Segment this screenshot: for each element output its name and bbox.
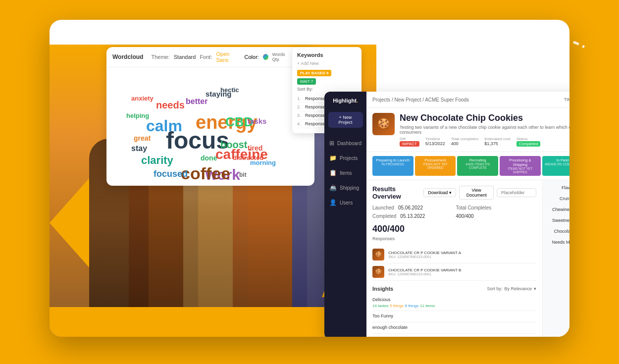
completed-date: Completed 05.13.2022 bbox=[372, 213, 453, 219]
download-button[interactable]: Download ▾ bbox=[423, 188, 456, 197]
insight-title: 11 more bbox=[372, 336, 536, 337]
dates-row: Launched 05.06.2022 Total Completes Comp… bbox=[372, 205, 536, 219]
wordcloud-header: Wordcloud Theme: Standard Font: Open San… bbox=[106, 47, 314, 67]
wordcloud-title: Wordcloud bbox=[112, 53, 143, 60]
meta-estimated-cost: Estimated cost $1,375 bbox=[484, 137, 510, 147]
word-calm: calm bbox=[146, 117, 182, 135]
highlight-sidebar: Highlight. + New Project ⊞Dashboard📁Proj… bbox=[324, 92, 366, 337]
nav-item-users[interactable]: 👤Users bbox=[324, 195, 366, 210]
wordcloud-words-qty: Words Qty. bbox=[272, 52, 292, 62]
keywords-sort: Sort By: bbox=[297, 87, 357, 92]
word-needs: needs bbox=[156, 100, 185, 111]
status-value: Completed bbox=[516, 141, 541, 147]
word-anxiety: anxiety bbox=[131, 95, 154, 102]
view-document-button[interactable]: View Document bbox=[459, 186, 494, 200]
project-meta: Diff. IMPACT Timeline 5/13/2022 Total co… bbox=[400, 137, 569, 147]
meta-diff: Diff. IMPACT bbox=[400, 137, 419, 147]
timeline-stage: ProcurementITEMS NOT YET ORDERED bbox=[415, 156, 456, 176]
responses-count: 400/400 bbox=[372, 224, 536, 234]
bar-row: Crunch 62% bbox=[547, 195, 569, 202]
insight-title: Too Funny bbox=[372, 313, 536, 318]
nav-item-items[interactable]: 📋Items bbox=[324, 165, 366, 180]
nav-item-dashboard[interactable]: ⊞Dashboard bbox=[324, 136, 366, 151]
dashed-arc-decoration bbox=[485, 17, 594, 77]
results-area: Results Overview Download ▾ View Documen… bbox=[366, 180, 569, 337]
search-input[interactable] bbox=[497, 188, 536, 197]
keywords-title: Keywords bbox=[297, 52, 357, 58]
total-completes-section-label: Total Completes bbox=[456, 205, 492, 210]
insight-title: Delicious bbox=[372, 297, 536, 302]
wordcloud-font-label: Font: bbox=[200, 54, 212, 60]
wordcloud-theme-label: Theme: bbox=[151, 54, 169, 60]
sort-chevron[interactable]: ▾ bbox=[534, 286, 536, 291]
wordcloud-body: focusenergycaffeinecalmCBDworkcoffeeclar… bbox=[106, 67, 314, 181]
wordcloud-panel: Wordcloud Theme: Standard Font: Open San… bbox=[106, 47, 314, 186]
timeline-stage: Recruiting4/400 ITEMS 0% COMPLETE bbox=[457, 156, 498, 176]
completed-date-label: Completed bbox=[372, 213, 396, 219]
cookie-thumbnail: 🍪 bbox=[372, 249, 384, 260]
launched-date-value: 05.06.2022 bbox=[398, 205, 423, 210]
word-focused: focused bbox=[154, 169, 188, 179]
wordcloud-theme-value: Standard bbox=[174, 54, 196, 60]
total-completes-item: Total Completes bbox=[456, 205, 537, 210]
insight-item: enough chocolate bbox=[372, 322, 536, 334]
meta-timeline: Timeline 5/13/2022 bbox=[425, 137, 445, 147]
bar-label: Sweetness bbox=[547, 218, 569, 223]
bar-label: Chewiness bbox=[547, 207, 569, 212]
word-great: great bbox=[134, 134, 151, 142]
header-right: TIME: 4 DAYS Launched bbox=[564, 96, 569, 104]
wordcloud-font-value: Open Sans bbox=[216, 51, 240, 63]
bar-label: Needs Milk bbox=[547, 240, 569, 245]
meta-status: Status Completed bbox=[516, 137, 541, 147]
highlight-nav-container: ⊞Dashboard📁Projects📋Items🚢Shipping👤Users bbox=[324, 136, 366, 210]
total-completes-value: 400 bbox=[451, 141, 479, 146]
project-info: New Chocolate Chip Cookies Testing two v… bbox=[400, 113, 569, 147]
timeline-stage: Preparing to LaunchIN PROGRESS bbox=[372, 156, 413, 176]
word-better: better bbox=[186, 97, 207, 106]
bar-chart-section: Flavor 80% Crunch 62% Chewiness 46% Swee… bbox=[542, 180, 569, 337]
response-item: 🍪 CHOCOLATE CR P COOKIE VARIANT A SKU: 1… bbox=[372, 246, 536, 263]
bar-row: Chewiness 46% bbox=[547, 206, 569, 213]
bar-label: Crunch bbox=[547, 196, 569, 201]
results-section: Results Overview Download ▾ View Documen… bbox=[366, 180, 542, 337]
download-chevron: ▾ bbox=[449, 190, 452, 195]
highlight-logo: Highlight. bbox=[330, 98, 361, 104]
insight-item: Too Funny bbox=[372, 311, 536, 322]
highlight-main: Projects / New Project / ACME Super Food… bbox=[366, 92, 569, 337]
word-stay: stay bbox=[131, 144, 147, 153]
highlight-logo-dot: . bbox=[357, 98, 358, 104]
word-helping: helping bbox=[126, 112, 149, 119]
nav-item-projects[interactable]: 📁Projects bbox=[324, 151, 366, 165]
project-title: New Chocolate Chip Cookies bbox=[400, 113, 569, 123]
word-clarity: clarity bbox=[141, 154, 173, 167]
highlight-header: Projects / New Project / ACME Super Food… bbox=[366, 92, 569, 108]
bar-label: Chocolate bbox=[547, 229, 569, 234]
highlight-panel: Highlight. + New Project ⊞Dashboard📁Proj… bbox=[324, 92, 569, 337]
nav-item-shipping[interactable]: 🚢Shipping bbox=[324, 180, 366, 195]
word-bit: bit bbox=[239, 171, 247, 178]
estimated-cost-label: Estimated cost bbox=[484, 137, 510, 141]
launched-date-label: Launched bbox=[372, 205, 394, 210]
insights-header: Insights Sort by: By Relevance ▾ bbox=[372, 286, 536, 292]
keywords-add[interactable]: + Add New bbox=[297, 61, 357, 66]
results-title: Results Overview bbox=[372, 185, 423, 200]
response-item: 🍪 CHOCOLATE CR P COOKIE VARIANT B SKU: 1… bbox=[372, 263, 536, 281]
insights-title: Insights bbox=[372, 286, 393, 292]
launched-date: Launched 05.06.2022 bbox=[372, 205, 453, 210]
response-items: 🍪 CHOCOLATE CR P COOKIE VARIANT A SKU: 1… bbox=[372, 246, 536, 281]
insight-item: 11 more bbox=[372, 334, 536, 337]
total-completes-label: Total completes bbox=[451, 137, 479, 141]
timeline-value: 5/13/2022 bbox=[425, 141, 445, 146]
word-hectic: hectic bbox=[220, 86, 239, 94]
word-distracted: distracted bbox=[233, 154, 263, 161]
insights-items: Delicious14 tastes 5 things 8 things 11 … bbox=[372, 295, 536, 337]
total-completes-count-value: 400/400 bbox=[456, 213, 474, 219]
insight-title: enough chocolate bbox=[372, 325, 536, 330]
word-coffee: coffee bbox=[181, 164, 230, 181]
bar-row: Chocolate 30% bbox=[547, 228, 569, 235]
total-completes-count: 400/400 bbox=[456, 213, 537, 219]
results-actions: Download ▾ View Document bbox=[423, 186, 536, 200]
responses-label: Responses bbox=[372, 236, 536, 241]
new-project-button[interactable]: + New Project bbox=[328, 112, 363, 128]
sort-by: Sort by: By Relevance ▾ bbox=[487, 286, 536, 291]
